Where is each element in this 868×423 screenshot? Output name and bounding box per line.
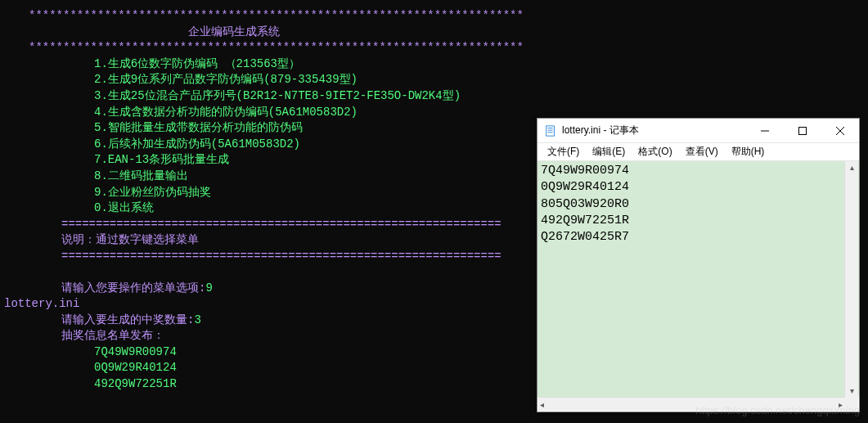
notepad-text-area[interactable]: 7Q49W9R00974 0Q9W29R40124 805Q03W920R0 4…	[537, 161, 859, 397]
notepad-title: lottery.ini - 记事本	[562, 124, 746, 137]
minimize-button[interactable]	[746, 119, 784, 143]
stars-line: ****************************************…	[29, 8, 852, 25]
svg-rect-0	[546, 125, 555, 135]
menu-help[interactable]: 帮助(H)	[725, 143, 771, 160]
menu-file[interactable]: 文件(F)	[541, 143, 586, 160]
menu-format[interactable]: 格式(O)	[632, 143, 678, 160]
notepad-window[interactable]: lottery.ini - 记事本 文件(F) 编辑(E) 格式(O) 查看(V…	[537, 118, 860, 412]
menu-edit[interactable]: 编辑(E)	[586, 143, 632, 160]
menu-item-2: 2.生成9位系列产品数字防伪编码(879-335439型)	[29, 72, 852, 88]
system-title: 企业编码生成系统	[29, 25, 852, 41]
user-input-menu: 9	[205, 281, 212, 295]
user-input-count: 3	[194, 313, 200, 326]
text-line: 805Q03W920R0	[541, 196, 856, 213]
window-controls	[746, 119, 859, 143]
text-line: Q2672W0425R7	[541, 229, 856, 245]
stars-line: ****************************************…	[29, 40, 852, 56]
text-line: 0Q9W29R40124	[541, 179, 856, 196]
notepad-menubar: 文件(F) 编辑(E) 格式(O) 查看(V) 帮助(H)	[537, 143, 859, 161]
vertical-scrollbar[interactable]: ▴ ▾	[844, 161, 858, 397]
text-line: 7Q49W9R00974	[541, 163, 856, 179]
scroll-down-icon[interactable]: ▾	[848, 385, 856, 397]
menu-item-1: 1.生成6位数字防伪编码 （213563型）	[29, 56, 852, 73]
watermark-text: https://blog.csdn.net/chengqiuming	[695, 404, 860, 416]
svg-rect-5	[799, 127, 807, 134]
notepad-titlebar[interactable]: lottery.ini - 记事本	[537, 119, 859, 143]
notepad-icon	[544, 124, 557, 137]
scroll-left-icon[interactable]: ◂	[538, 398, 546, 411]
menu-view[interactable]: 查看(V)	[679, 143, 725, 160]
close-button[interactable]	[821, 119, 859, 143]
text-line: 492Q9W72251R	[541, 213, 856, 229]
scroll-up-icon[interactable]: ▴	[848, 161, 856, 173]
menu-item-3: 3.生成25位混合产品序列号(B2R12-N7TE8-9IET2-FE35O-D…	[29, 88, 852, 105]
maximize-button[interactable]	[784, 119, 821, 143]
